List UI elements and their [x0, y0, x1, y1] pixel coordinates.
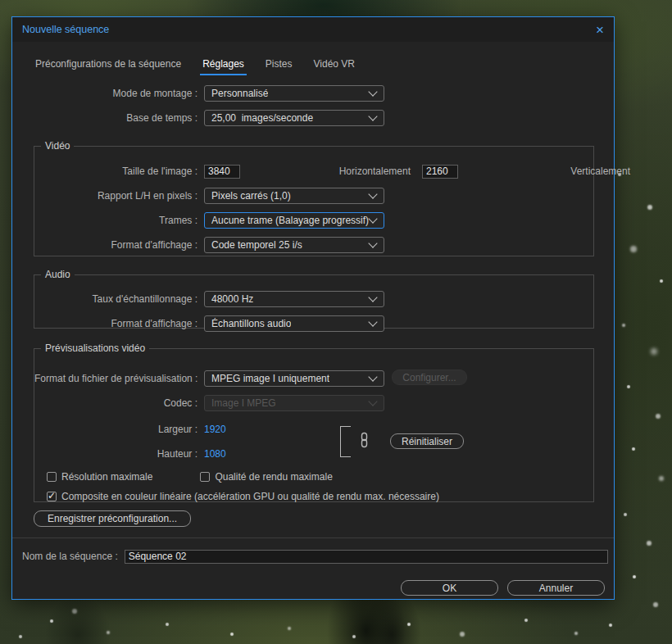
- preview-height-value[interactable]: 1080: [204, 448, 226, 460]
- size-link-bracket: [340, 426, 351, 457]
- quality-checkboxes-row: Résolution maximale Qualité de rendu max…: [34, 469, 593, 485]
- video-previews-group-legend: Prévisualisations vidéo: [41, 342, 149, 354]
- tab-preconfigurations[interactable]: Préconfigurations de la séquence: [35, 58, 181, 74]
- tab-video-vr[interactable]: Vidéo VR: [314, 58, 355, 74]
- fields-row: Trames : Aucune trame (Balayage progress…: [34, 212, 593, 229]
- sequence-name-label: Nom de la séquence :: [22, 551, 118, 562]
- sample-rate-row: Taux d'échantillonnage : 48000 Hz: [34, 291, 593, 307]
- codec-row: Codec : Image I MPEG: [34, 395, 593, 411]
- frame-size-row: Taille de l'image : Horizontalement Vert…: [34, 163, 593, 179]
- pixel-aspect-label: Rapport L/H en pixels :: [34, 190, 198, 202]
- sample-rate-select[interactable]: 48000 Hz: [204, 291, 384, 307]
- tab-pistes[interactable]: Pistes: [266, 58, 293, 74]
- aspect-ratio-value: 16:9: [638, 166, 672, 177]
- dialog-titlebar[interactable]: Nouvelle séquence ×: [12, 17, 614, 42]
- max-quality-label: Qualité de rendu maximale: [215, 471, 332, 483]
- video-display-format-label: Format d'affichage :: [34, 239, 198, 251]
- base-de-temps-row: Base de temps : 25,00 images/seconde: [12, 110, 614, 126]
- base-de-temps-label: Base de temps :: [12, 112, 198, 124]
- frame-height-input[interactable]: [422, 165, 458, 179]
- audio-display-format-row: Format d'affichage : Échantillons audio: [34, 315, 593, 332]
- video-group-legend: Vidéo: [41, 140, 74, 152]
- new-sequence-dialog: Nouvelle séquence × Préconfigurations de…: [11, 16, 615, 600]
- chevron-down-icon: [368, 214, 377, 223]
- chevron-down-icon: [368, 293, 377, 302]
- linear-color-label: Composite en couleur linéaire (accélérat…: [61, 491, 439, 502]
- preview-height-label: Hauteur :: [34, 448, 198, 460]
- preview-height-row: Hauteur : 1080: [34, 446, 593, 462]
- chevron-down-icon: [368, 87, 377, 96]
- mode-de-montage-row: Mode de montage : Personnalisé: [12, 85, 614, 102]
- pixel-aspect-select[interactable]: Pixels carrés (1,0): [204, 188, 384, 204]
- vertical-label: Verticalement: [467, 166, 630, 177]
- linear-color-checkbox[interactable]: [47, 492, 57, 501]
- fields-select[interactable]: Aucune trame (Balayage progressif): [204, 212, 384, 229]
- close-icon[interactable]: ×: [596, 23, 604, 37]
- preview-file-format-row: Format du fichier de prévisualisation : …: [34, 370, 593, 387]
- codec-select[interactable]: Image I MPEG: [204, 395, 384, 411]
- base-de-temps-select[interactable]: 25,00 images/seconde: [204, 110, 384, 126]
- video-display-format-row: Format d'affichage : Code temporel 25 i/…: [34, 237, 593, 253]
- frame-size-label: Taille de l'image :: [34, 166, 198, 177]
- sequence-name-row: Nom de la séquence :: [12, 548, 614, 565]
- audio-group-legend: Audio: [41, 269, 75, 280]
- fields-label: Trames :: [34, 215, 198, 226]
- chevron-down-icon: [368, 397, 377, 406]
- dialog-title: Nouvelle séquence: [22, 24, 109, 35]
- sequence-name-input[interactable]: [125, 550, 608, 564]
- frame-width-input[interactable]: [204, 165, 240, 179]
- video-group: Vidéo Taille de l'image : Horizontalemen…: [34, 140, 594, 256]
- video-display-format-select[interactable]: Code temporel 25 i/s: [204, 237, 384, 253]
- preview-file-format-select[interactable]: MPEG image I uniquement: [204, 370, 384, 387]
- video-previews-group: Prévisualisations vidéo Format du fichie…: [34, 342, 594, 502]
- chevron-down-icon: [368, 189, 377, 198]
- chevron-down-icon: [368, 372, 377, 381]
- max-resolution-checkbox[interactable]: [47, 472, 57, 482]
- snow-particles: [0, 0, 2, 2]
- link-icon[interactable]: [360, 432, 369, 448]
- chevron-down-icon: [368, 317, 377, 326]
- cancel-button[interactable]: Annuler: [507, 580, 605, 596]
- preview-width-label: Largeur :: [34, 424, 198, 435]
- audio-group: Audio Taux d'échantillonnage : 48000 Hz …: [34, 269, 594, 329]
- max-quality-checkbox[interactable]: [200, 472, 210, 482]
- max-resolution-label: Résolution maximale: [61, 471, 152, 483]
- chevron-down-icon: [368, 238, 377, 247]
- preview-width-row: Largeur : 1920: [34, 421, 593, 438]
- tab-bar: Préconfigurations de la séquence Réglage…: [35, 58, 355, 74]
- audio-display-format-select[interactable]: Échantillons audio: [204, 315, 384, 332]
- footer-divider: [12, 537, 614, 538]
- audio-display-format-label: Format d'affichage :: [34, 318, 198, 329]
- tab-reglages[interactable]: Réglages: [202, 58, 244, 74]
- reset-button[interactable]: Réinitialiser: [390, 433, 464, 449]
- save-preset-button[interactable]: Enregistrer préconfiguration...: [34, 510, 191, 527]
- configure-button[interactable]: Configurer...: [392, 370, 467, 385]
- mode-de-montage-label: Mode de montage :: [12, 88, 198, 99]
- sample-rate-label: Taux d'échantillonnage :: [34, 293, 198, 305]
- mode-de-montage-select[interactable]: Personnalisé: [204, 85, 384, 102]
- codec-label: Codec :: [34, 397, 198, 409]
- chevron-down-icon: [368, 111, 377, 120]
- preview-file-format-label: Format du fichier de prévisualisation :: [34, 373, 198, 384]
- pixel-aspect-row: Rapport L/H en pixels : Pixels carrés (1…: [34, 188, 593, 204]
- preview-width-value[interactable]: 1920: [204, 424, 226, 435]
- horizontal-label: Horizontalement: [247, 166, 411, 177]
- linear-color-row: Composite en couleur linéaire (accélérat…: [34, 488, 593, 505]
- ok-button[interactable]: OK: [401, 580, 498, 596]
